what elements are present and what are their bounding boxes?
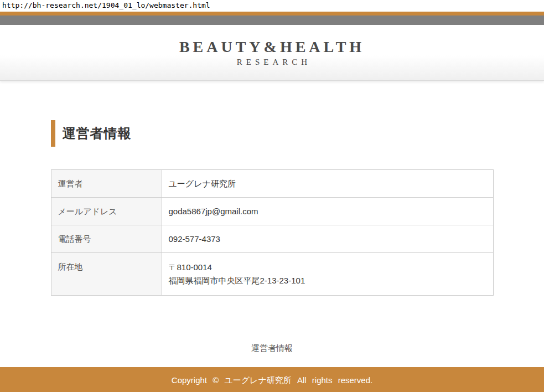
logo-text-primary: BEAUTY&HEALTH xyxy=(179,38,365,56)
row-value-operator: ユーグレナ研究所 xyxy=(162,170,493,198)
row-label-email: メールアドレス xyxy=(51,198,162,225)
title-accent-bar xyxy=(51,120,55,147)
table-row-address: 所在地 〒810-0014 福岡県福岡市中央区平尾2-13-23-101 xyxy=(51,253,493,296)
table-row-operator: 運営者 ユーグレナ研究所 xyxy=(51,170,493,198)
address-street: 福岡県福岡市中央区平尾2-13-23-101 xyxy=(169,274,486,287)
site-logo[interactable]: BEAUTY&HEALTH RESEARCH xyxy=(179,38,365,67)
copyright-text: Copyright © ユーグレナ研究所 All rights reserved… xyxy=(172,375,372,385)
address-postal-code: 〒810-0014 xyxy=(169,261,486,274)
row-value-email: goda5867jp@gmail.com xyxy=(162,198,493,225)
url-text: http://bh-research.net/1904_01_lo/webmas… xyxy=(0,0,544,12)
page-title: 運営者情報 xyxy=(63,125,132,142)
row-label-operator: 運営者 xyxy=(51,170,162,198)
table-row-phone: 電話番号 092-577-4373 xyxy=(51,225,493,253)
logo-text-secondary: RESEARCH xyxy=(179,58,365,67)
table-row-email: メールアドレス goda5867jp@gmail.com xyxy=(51,198,493,225)
operator-info-table: 運営者 ユーグレナ研究所 メールアドレス goda5867jp@gmail.co… xyxy=(51,169,494,296)
footer-link-operator-info[interactable]: 運営者情報 xyxy=(251,343,293,353)
page-title-block: 運営者情報 xyxy=(51,120,494,147)
site-header: BEAUTY&HEALTH RESEARCH xyxy=(0,25,544,81)
copyright-bar: Copyright © ユーグレナ研究所 All rights reserved… xyxy=(0,367,544,392)
main-content: 運営者情報 運営者 ユーグレナ研究所 メールアドレス goda5867jp@gm… xyxy=(51,120,494,353)
footer-nav: 運営者情報 xyxy=(51,343,494,353)
row-label-phone: 電話番号 xyxy=(51,225,162,253)
row-value-phone: 092-577-4373 xyxy=(162,225,493,253)
top-accent-line xyxy=(0,12,544,16)
row-label-address: 所在地 xyxy=(51,253,162,296)
top-gray-bar xyxy=(0,16,544,25)
row-value-address: 〒810-0014 福岡県福岡市中央区平尾2-13-23-101 xyxy=(162,253,493,296)
